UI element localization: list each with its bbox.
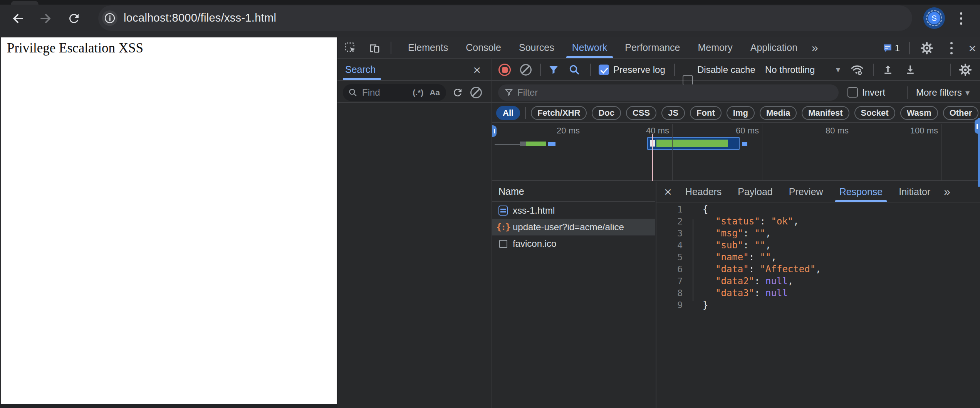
throttling-caret-icon: ▾ [836,65,840,75]
detail-tab-response[interactable]: Response [831,181,891,202]
chip-font[interactable]: Font [690,106,722,120]
devtools-tab-application[interactable]: Application [742,37,806,58]
devtools-tab-memory[interactable]: Memory [689,37,741,58]
chip-all[interactable]: All [496,106,520,120]
address-bar[interactable]: localhost:8000/files/xss-1.html ☆ [98,5,912,31]
device-toolbar-icon [368,42,381,54]
code-line: 3"msg": "", [656,227,980,239]
record-button[interactable] [498,64,511,76]
request-row[interactable]: {:}update-user?id=acme/alice [492,219,655,236]
code-line: 6"data": "Affected", [656,263,980,275]
close-search-button[interactable]: × [473,63,481,76]
overview-right-handle[interactable] [975,119,980,134]
export-har-button[interactable] [904,64,916,76]
search-pane: Search × Find (.*) Aa [337,59,492,408]
devtools-menu-button[interactable] [944,40,959,56]
reload-button[interactable] [65,10,82,27]
request-row[interactable]: xss-1.html [492,202,655,219]
page-title: Privilege Escalation XSS [7,40,143,56]
code-text: } [703,300,708,310]
download-icon [904,64,916,76]
more-panels-button[interactable]: » [806,41,824,54]
avatar-letter: S [928,12,940,24]
detail-tab-headers[interactable]: Headers [677,181,730,202]
match-case-toggle[interactable]: Aa [430,88,440,97]
line-number: 3 [656,228,683,238]
preserve-log-checkbox[interactable] [599,65,609,75]
timeline-tick-label: 100 ms [883,126,938,136]
handle-grip [494,129,495,133]
search-clear-button[interactable] [468,85,484,100]
forward-button[interactable] [37,10,54,27]
requests-table-header[interactable]: Name [492,182,655,202]
more-detail-tabs-button[interactable]: » [938,185,956,198]
chip-wasm[interactable]: Wasm [900,106,938,120]
chip-manifest[interactable]: Manifest [802,106,849,120]
search-input[interactable]: Find (.*) Aa [343,84,446,101]
search-tab[interactable]: Search [345,64,376,75]
browser-tab[interactable] [11,1,39,5]
regex-toggle[interactable]: (.*) [413,88,423,97]
filter-input[interactable]: Filter [498,84,839,101]
site-info-button[interactable] [102,10,117,26]
code-text: "data3": null [715,288,788,298]
devtools-tab-console[interactable]: Console [457,37,510,58]
search-refresh-button[interactable] [450,85,465,100]
network-settings-button[interactable] [959,64,972,76]
filter-placeholder: Filter [517,87,538,98]
chip-media[interactable]: Media [760,106,797,120]
detail-tab-preview[interactable]: Preview [781,181,831,202]
invert-checkbox[interactable] [847,87,858,98]
network-search-button[interactable] [569,64,580,76]
wifi-icon [851,64,864,76]
device-toolbar-button[interactable] [367,40,382,56]
code-text: "sub": "", [715,240,771,251]
chip-fetch-xhr[interactable]: Fetch/XHR [531,106,587,120]
more-filters-button[interactable]: More filters [916,87,962,98]
network-conditions-button[interactable] [851,64,864,76]
filter-funnel-icon [548,64,559,76]
throttling-select[interactable]: No throttling [765,64,815,75]
code-text: "data2": null, [715,276,793,287]
issues-button[interactable]: 1 [882,43,900,54]
info-icon [104,12,116,24]
forward-icon [38,11,53,26]
refresh-icon [452,87,463,98]
back-button[interactable] [10,10,27,27]
chip-doc[interactable]: Doc [592,106,621,120]
devtools-tab-elements[interactable]: Elements [399,37,457,58]
chip-css[interactable]: CSS [626,106,656,120]
detail-tab-payload[interactable]: Payload [730,181,780,202]
close-devtools-button[interactable]: × [968,42,976,55]
chip-socket[interactable]: Socket [854,106,895,120]
fetch-xhr-icon: {:} [498,222,508,232]
chip-img[interactable]: Img [727,106,755,120]
chip-js[interactable]: JS [661,106,685,120]
devtools-tab-sources[interactable]: Sources [510,37,563,58]
overview-left-handle[interactable] [492,125,497,137]
inspect-element-button[interactable] [343,40,358,56]
chip-other[interactable]: Other [943,106,979,120]
request-details-pane: × HeadersPayloadPreviewResponseInitiator… [656,182,980,408]
close-details-button[interactable]: × [656,185,677,198]
filter-toggle-button[interactable] [548,64,559,76]
detail-tab-initiator[interactable]: Initiator [891,181,938,202]
more-filters-caret-icon: ▾ [965,88,970,98]
request-row[interactable]: favicon.ico [492,236,655,252]
avatar[interactable]: S [923,7,945,29]
timeline-tick-label: 80 ms [793,126,849,136]
avatar-sync-ring: S [926,10,942,26]
gear-icon [959,64,972,76]
code-text: "name": "", [715,252,777,263]
response-body[interactable]: 1{2"status": "ok",3"msg": "",4"sub": "",… [656,203,980,408]
request-name: xss-1.html [513,205,555,216]
request-detail-tabs: × HeadersPayloadPreviewResponseInitiator… [656,182,980,202]
devtools-tab-performance[interactable]: Performance [616,37,689,58]
browser-menu-button[interactable] [953,10,970,27]
devtools-settings-button[interactable] [919,40,935,56]
devtools-tab-network[interactable]: Network [563,37,616,58]
import-har-button[interactable] [882,64,894,76]
clear-network-button[interactable] [520,64,532,76]
window-bottom-edge [0,404,337,408]
network-overview-timeline[interactable]: 20 ms40 ms60 ms80 ms100 ms [492,124,980,181]
